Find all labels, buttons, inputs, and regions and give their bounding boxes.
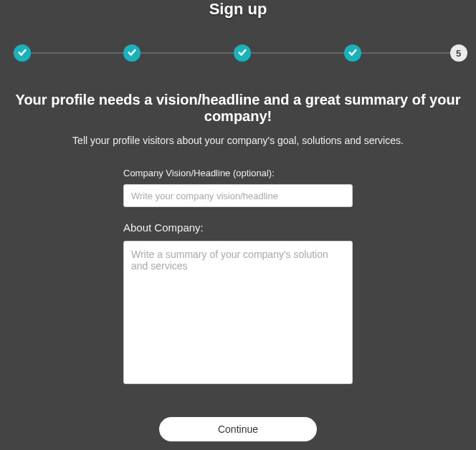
continue-button[interactable]: Continue (159, 417, 317, 441)
page-title: Sign up (0, 0, 476, 19)
about-label: About Company: (123, 221, 353, 234)
progress-stepper: 5 (13, 44, 463, 62)
about-textarea[interactable] (123, 241, 353, 384)
step-number: 5 (456, 48, 461, 59)
subheadline: Tell your profile visitors about your co… (14, 135, 462, 146)
check-icon (348, 47, 358, 59)
step-1 (14, 44, 31, 62)
company-form: Company Vision/Headline (optional): Abou… (123, 168, 353, 387)
check-icon (127, 47, 137, 59)
headline: Your profile needs a vision/headline and… (14, 92, 462, 125)
step-2 (123, 44, 141, 62)
step-5: 5 (450, 44, 467, 62)
vision-label: Company Vision/Headline (optional): (123, 168, 353, 178)
check-icon (237, 47, 247, 59)
step-4 (344, 44, 361, 62)
vision-input[interactable] (123, 184, 353, 207)
step-3 (234, 44, 251, 62)
check-icon (17, 47, 27, 59)
